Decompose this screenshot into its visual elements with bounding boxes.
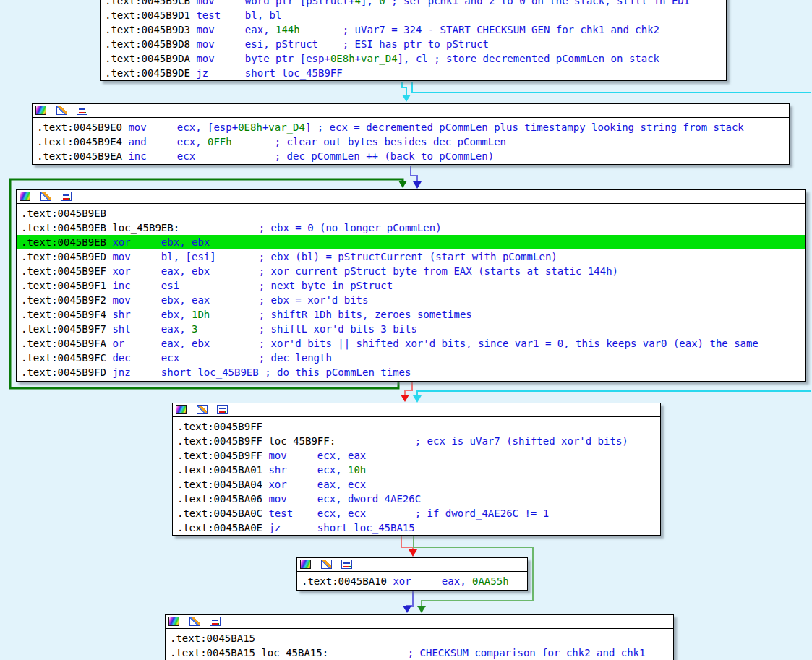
asm-segment-code: ; ecx is uVar7 (shifted xor'd bits) [336,435,628,447]
asm-line[interactable]: .text:0045B9ED mov bl, [esi] ; ebx (bl) … [17,249,805,264]
asm-segment-addr: .text:0045B9D8 [105,38,196,50]
asm-line[interactable]: .text:0045B9FF loc_45B9FF: ; ecx is uVar… [173,434,660,448]
asm-segment-num: 4 [355,0,361,7]
basic-block-0045BA10[interactable]: .text:0045BA10 xor eax, 0AA55h [296,557,528,591]
asm-line[interactable]: .text:0045BA0E jz short loc_45BA15 [173,520,660,535]
asm-line[interactable]: .text:0045B9EF xor eax, ebx ; xor curren… [17,264,805,278]
asm-line[interactable]: .text:0045B9FF mov ecx, eax [173,448,660,463]
node-titlebar[interactable] [17,190,805,204]
asm-segment-code: ], [361,0,379,7]
asm-segment-addr: .text:0045B9FF [177,421,262,432]
asm-line[interactable]: .text:0045B9DE jz short loc_45B9FF [101,66,726,80]
asm-segment-num: 0AA55h [472,575,509,587]
node-body: .text:0045B9E0 mov ecx, [esp+0E8h+var_D4… [33,118,789,163]
asm-line[interactable]: .text:0045BA01 shr ecx, 10h [173,463,660,477]
node-color-icon[interactable] [35,106,46,115]
asm-segment-code: ], cl ; store decremented pCommLen on st… [398,53,659,64]
asm-line[interactable]: .text:0045B9F4 shr ebx, 1Dh ; shiftR 1Dh… [17,307,805,322]
asm-segment-num: 0FFh [208,136,232,147]
asm-segment-addr: .text:0045B9D1 [105,9,196,21]
asm-segment-addr: .text:0045BA06 [177,493,268,505]
node-titlebar[interactable] [173,403,660,417]
node-color-icon[interactable] [176,405,187,414]
node-color-icon[interactable] [168,617,179,626]
asm-segment-code: inc ecx ; dec pCommLen ++ (back to pComm… [128,150,494,162]
node-frame-icon[interactable] [217,405,228,414]
asm-line[interactable]: .text:0045B9FA or eax, ebx ; xor'd bits … [17,336,805,351]
node-frame-icon[interactable] [341,560,352,569]
asm-line[interactable]: .text:0045B9D8 mov esi, pStruct ; ESI ha… [101,37,726,51]
asm-line[interactable]: .text:0045B9FD jnz short loc_45B9EB ; do… [17,365,805,380]
asm-line[interactable]: .text:0045BA04 xor eax, ecx [173,477,660,492]
basic-block-0045B9FF[interactable]: .text:0045B9FF.text:0045B9FF loc_45B9FF:… [172,403,661,536]
asm-line-highlighted[interactable]: .text:0045B9EB xor ebx, ebx [17,235,805,249]
asm-line[interactable]: .text:0045B9FF [173,419,660,434]
basic-block-0045B9EB[interactable]: .text:0045B9EB.text:0045B9EB loc_45B9EB:… [16,189,806,382]
node-color-icon[interactable] [300,560,311,569]
asm-line[interactable]: .text:0045B9EA inc ecx ; dec pCommLen ++… [33,149,789,163]
asm-segment-addr: .text:0045BA01 [177,464,268,476]
asm-segment-num: 0E8h [238,121,262,133]
node-titlebar[interactable] [166,615,673,629]
asm-line[interactable]: .text:0045B9D3 mov eax, 144h ; uVar7 = 3… [101,22,726,37]
node-titlebar[interactable] [33,104,789,118]
node-frame-icon[interactable] [210,617,221,626]
asm-segment-num: 10h [348,464,366,476]
node-body: .text:0045BA15.text:0045BA15 loc_45BA15:… [166,629,673,660]
asm-segment-code: and ecx, [128,136,208,147]
asm-line[interactable]: .text:0045B9FC dec ecx ; dec length [17,351,805,365]
asm-segment-code: xor eax, [393,575,472,587]
asm-line[interactable]: .text:0045B9F7 shl eax, 3 ; shiftL xor'd… [17,322,805,336]
asm-segment-code: xor ebx, ebx [112,236,210,248]
basic-block-0045B9CB[interactable]: .text:0045B9CB mov word ptr [pStruct+4],… [100,0,727,81]
asm-line[interactable]: .text:0045B9DA mov byte ptr [esp+0E8h+va… [101,51,726,66]
asm-segment-code: xor eax, ebx ; xor current pStruct byte … [112,265,618,277]
asm-line[interactable]: .text:0045BA15 loc_45BA15: ; CHECKSUM co… [166,646,673,660]
asm-segment-code: mov esi, pStruct ; ESI has ptr to pStruc… [196,38,489,50]
asm-segment-addr: .text:0045B9EF [21,265,112,277]
edge-not-taken-45BA0E-45BA10 [401,536,417,557]
asm-line[interactable]: .text:0045B9D1 test bl, bl [101,8,726,22]
node-edit-icon[interactable] [321,560,332,569]
basic-block-0045BA15[interactable]: .text:0045BA15.text:0045BA15 loc_45BA15:… [165,614,674,660]
asm-line[interactable]: .text:0045BA06 mov ecx, dword_4AE26C [173,492,660,506]
asm-line[interactable]: .text:0045B9CB mov word ptr [pStruct+4],… [101,0,726,8]
node-edit-icon[interactable] [189,617,200,626]
asm-segment-num: 0E8h [330,53,355,64]
asm-segment-code: mov byte ptr [esp+ [196,53,330,64]
node-body: .text:0045B9FF.text:0045B9FF loc_45B9FF:… [173,417,660,535]
node-frame-icon[interactable] [61,192,72,201]
asm-segment-addr: .text:0045BA04 [177,479,268,490]
graph-view[interactable]: .text:0045B9CB mov word ptr [pStruct+4],… [0,0,812,660]
asm-segment-addr: .text:0045B9EA [37,150,128,162]
asm-segment-addr: .text:0045BA15 [170,633,255,644]
asm-segment-addr: loc_45B9EB: [112,222,179,233]
node-edit-icon[interactable] [197,405,208,414]
asm-segment-addr: .text:0045BA0C [177,507,268,519]
asm-line[interactable]: .text:0045BA0C test ecx, ecx ; if dword_… [173,506,660,520]
asm-segment-code: ; set pchk1 and 2 to 0 on the stack, sti… [385,0,690,7]
edge-fallthrough-45B9EA-45B9EB [411,166,422,189]
asm-line[interactable]: .text:0045B9F1 inc esi ; next byte in pS… [17,278,805,293]
asm-segment-code: shr ebx, [112,309,192,320]
asm-line[interactable]: .text:0045B9EB [17,206,805,220]
asm-line[interactable]: .text:0045B9F2 mov ebx, eax ; ebx = xor'… [17,293,805,307]
asm-segment-code: ; clear out bytes besides dec pCommLen [232,136,506,147]
basic-block-0045B9E0[interactable]: .text:0045B9E0 mov ecx, [esp+0E8h+var_D4… [32,103,790,165]
asm-segment-addr: .text:0045B9FC [21,352,112,364]
asm-segment-code: mov ecx, dword_4AE26C [268,493,421,505]
node-titlebar[interactable] [297,558,527,572]
asm-segment-addr: .text:0045BA15 [170,647,261,659]
asm-line[interactable]: .text:0045B9E0 mov ecx, [esp+0E8h+var_D4… [33,120,789,134]
asm-line[interactable]: .text:0045B9EB loc_45B9EB: ; ebx = 0 (no… [17,220,805,235]
node-frame-icon[interactable] [77,106,87,115]
asm-segment-code: ; uVar7 = 324 - START CHECKSUM GEN for c… [300,24,659,35]
asm-line[interactable]: .text:0045BA10 xor eax, 0AA55h [297,574,527,588]
node-color-icon[interactable] [20,192,30,201]
asm-segment-code: test ecx, ecx ; if dword_4AE26C != 1 [268,507,549,519]
asm-line[interactable]: .text:0045BA15 [166,631,673,646]
node-edit-icon[interactable] [56,106,67,115]
node-edit-icon[interactable] [40,192,51,201]
asm-line[interactable]: .text:0045B9E4 and ecx, 0FFh ; clear out… [33,134,789,149]
asm-segment-addr: .text:0045B9FD [21,367,112,378]
